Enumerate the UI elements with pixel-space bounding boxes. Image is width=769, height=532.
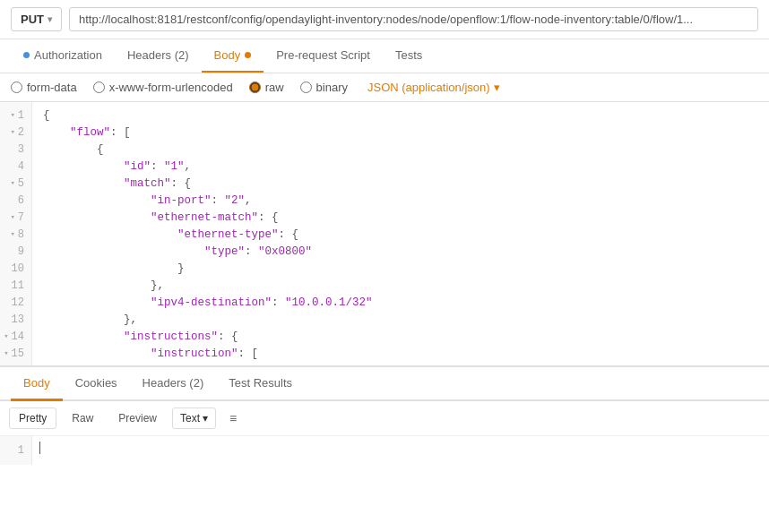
authorization-dot [23,52,30,58]
line-num-7: ▾7 [0,210,31,227]
json-format-selector[interactable]: JSON (application/json) ▾ [367,81,500,94]
raw-label: raw [265,81,284,94]
res-tab-body-label: Body [23,376,50,390]
line-num-13: 13 [0,312,31,329]
tab-prerequest-label: Pre-request Script [276,48,370,62]
code-line-8: "ethernet-type": { [36,227,769,244]
tab-prerequest[interactable]: Pre-request Script [264,39,383,73]
url-input[interactable] [69,7,758,31]
form-data-radio[interactable] [11,82,22,93]
urlencoded-label: x-www-form-urlencoded [109,81,233,94]
line-num-12: 12 [0,295,31,312]
method-label: PUT [21,13,44,26]
res-tab-cookies[interactable]: Cookies [63,367,130,401]
code-line-13: }, [36,312,769,329]
request-body-editor[interactable]: ▾1 ▾2 3 4 ▾5 6 ▾7 ▾8 9 10 11 12 13 ▾14 ▾… [0,102,769,366]
line-num-10: 10 [0,261,31,278]
request-tabs: Authorization Headers (2) Body Pre-reque… [0,39,769,73]
tab-body-label: Body [214,48,241,62]
binary-radio[interactable] [300,82,312,93]
raw-radio[interactable] [249,82,261,93]
code-line-11: }, [36,278,769,295]
json-format-label: JSON (application/json) [367,81,490,94]
res-tab-headers-label: Headers (2) [143,376,204,390]
line-numbers: ▾1 ▾2 3 4 ▾5 6 ▾7 ▾8 9 10 11 12 13 ▾14 ▾… [0,102,32,365]
tab-headers[interactable]: Headers (2) [115,39,202,73]
tab-tests-label: Tests [395,48,422,62]
res-tab-testresults[interactable]: Test Results [216,367,305,401]
code-line-15: "instruction": [ [36,346,769,363]
response-tabs: Body Cookies Headers (2) Test Results [0,367,769,401]
code-content[interactable]: { "flow": [ { "id": "1", "match": { "in-… [32,102,769,365]
wrap-button[interactable]: ≡ [221,407,245,430]
cursor [39,442,40,454]
urlencoded-option[interactable]: x-www-form-urlencoded [93,81,233,94]
code-line-2: "flow": [ [36,124,769,142]
code-line-14: "instructions": { [36,329,769,346]
line-num-5: ▾5 [0,176,31,193]
text-chevron-icon: ▾ [203,412,208,425]
bottom-panel: Body Cookies Headers (2) Test Results Pr… [0,366,769,465]
res-tab-cookies-label: Cookies [75,376,117,390]
line-num-3: 3 [0,142,31,159]
code-line-1: { [36,107,769,124]
code-line-7: "ethernet-match": { [36,210,769,227]
json-chevron-icon: ▾ [494,81,500,94]
code-line-16: { [36,363,769,365]
line-num-9: 9 [0,244,31,261]
code-line-10: } [36,261,769,278]
line-num-6: 6 [0,193,31,210]
tab-authorization-label: Authorization [34,48,102,62]
line-num-2: ▾2 [0,124,31,142]
res-line-numbers: 1 [0,436,32,465]
preview-button[interactable]: Preview [108,408,167,429]
form-data-label: form-data [27,81,77,94]
method-button[interactable]: PUT ▾ [11,7,62,31]
response-toolbar: Pretty Raw Preview Text ▾ ≡ [0,401,769,436]
res-line-num-1: 1 [0,442,31,459]
res-content[interactable] [32,436,769,465]
urlencoded-radio[interactable] [93,82,105,93]
raw-option[interactable]: raw [249,81,284,94]
res-tab-body[interactable]: Body [11,367,63,401]
wrap-icon: ≡ [229,411,237,425]
tab-authorization[interactable]: Authorization [11,39,115,73]
code-line-5: "match": { [36,176,769,193]
code-line-6: "in-port": "2", [36,193,769,210]
code-line-4: "id": "1", [36,159,769,176]
tab-tests[interactable]: Tests [383,39,435,73]
raw-button[interactable]: Raw [62,408,103,429]
line-num-4: 4 [0,159,31,176]
pretty-button[interactable]: Pretty [9,408,56,429]
body-dot [245,52,251,58]
url-bar: PUT ▾ [0,0,769,39]
res-tab-headers[interactable]: Headers (2) [130,367,217,401]
text-format-label: Text [180,412,200,425]
binary-option[interactable]: binary [300,81,348,94]
line-num-11: 11 [0,278,31,295]
line-num-14: ▾14 [0,329,31,346]
form-data-option[interactable]: form-data [11,81,77,94]
code-line-9: "type": "0x0800" [36,244,769,261]
res-tab-testresults-label: Test Results [229,376,292,390]
code-line-12: "ipv4-destination": "10.0.0.1/32" [36,295,769,312]
code-line-3: { [36,142,769,159]
line-num-8: ▾8 [0,227,31,244]
response-body: 1 [0,436,769,465]
text-format-button[interactable]: Text ▾ [172,408,216,429]
body-options: form-data x-www-form-urlencoded raw bina… [0,73,769,102]
line-num-15: ▾15 [0,346,31,363]
chevron-down-icon: ▾ [48,14,52,24]
tab-headers-label: Headers (2) [127,48,189,62]
binary-label: binary [316,81,348,94]
tab-body[interactable]: Body [202,39,264,73]
line-num-1: ▾1 [0,107,31,124]
